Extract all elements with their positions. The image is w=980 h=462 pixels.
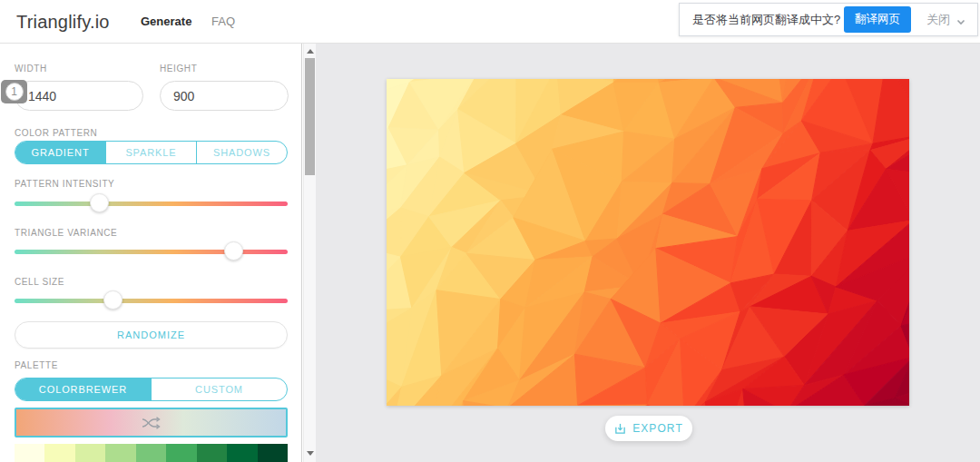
cell-size-slider-track[interactable] [15,299,288,303]
segment-option-sparkle[interactable]: SPARKLE [105,142,196,163]
height-label: HEIGHT [160,64,197,74]
width-input[interactable] [15,81,143,111]
chevron-down-icon[interactable] [956,15,966,25]
segment-option-shadows[interactable]: SHADOWS [196,142,287,163]
pattern-intensity-slider-track[interactable] [15,202,288,206]
palette-segmented-control: COLORBREWERCUSTOM [15,378,288,401]
trianglify-canvas [387,79,909,406]
scroll-up-arrow-icon[interactable] [304,45,316,57]
pattern-intensity-label: PATTERN INTENSITY [15,179,114,189]
scrollbar-thumb[interactable] [305,58,315,175]
pattern-intensity-slider-handle[interactable] [90,193,109,212]
cell-size-slider [15,290,288,311]
color-pattern-segmented-control: GRADIENTSPARKLESHADOWS [15,141,288,164]
annotation-badge-number: 1 [5,83,24,101]
segment-option-colorbrewer[interactable]: COLORBREWER [15,378,151,400]
colorbrewer-swatch-row [15,444,288,462]
triangle-variance-label: TRIANGLE VARIANCE [15,228,117,238]
triangle-variance-slider-handle[interactable] [224,241,243,260]
sidebar-scrollbar[interactable] [303,44,316,462]
randomize-button[interactable]: RANDOMIZE [15,321,288,349]
palette-swatch[interactable] [258,444,288,462]
palette-swatch[interactable] [227,444,257,462]
nav-tab-faq[interactable]: FAQ [211,0,235,44]
settings-sidebar: WIDTH HEIGHT COLOR PATTERN GRADIENTSPARK… [0,44,302,462]
trianglify-app: Trianglify.io Generate FAQ 是否将当前网页翻译成中文?… [0,0,980,462]
triangle-variance-slider-track[interactable] [15,250,288,254]
nav-tab-generate[interactable]: Generate [141,0,191,44]
site-logo[interactable]: Trianglify.io [16,0,110,44]
palette-swatch[interactable] [15,444,44,462]
export-button-label: EXPORT [632,422,683,435]
color-pattern-label: COLOR PATTERN [15,128,97,138]
download-icon [614,423,626,435]
annotation-badge: 1 [1,80,27,103]
translate-close-button[interactable]: 关闭 [926,12,950,28]
translate-prompt-bar: 是否将当前网页翻译成中文? 翻译网页 关闭 [679,3,978,36]
palette-preview-bar[interactable] [15,408,288,437]
palette-swatch[interactable] [75,444,105,462]
translate-page-button[interactable]: 翻译网页 [844,6,911,33]
palette-swatch[interactable] [44,444,74,462]
height-input[interactable] [160,81,289,111]
segment-option-gradient[interactable]: GRADIENT [15,142,105,163]
palette-swatch[interactable] [197,444,227,462]
cell-size-label: CELL SIZE [15,277,64,287]
cell-size-slider-handle[interactable] [103,290,122,310]
palette-swatch[interactable] [136,444,166,462]
palette-swatch[interactable] [105,444,135,462]
triangle-variance-slider [15,241,288,262]
segment-option-custom[interactable]: CUSTOM [151,378,287,400]
preview-area: EXPORT [316,44,980,462]
export-button[interactable]: EXPORT [605,416,692,441]
palette-label: PALETTE [15,360,58,370]
palette-swatch[interactable] [166,444,196,462]
translate-message: 是否将当前网页翻译成中文? [692,12,840,28]
scroll-down-arrow-icon[interactable] [304,447,316,459]
shuffle-icon [142,417,162,429]
pattern-intensity-slider [15,192,288,214]
width-label: WIDTH [15,64,47,74]
